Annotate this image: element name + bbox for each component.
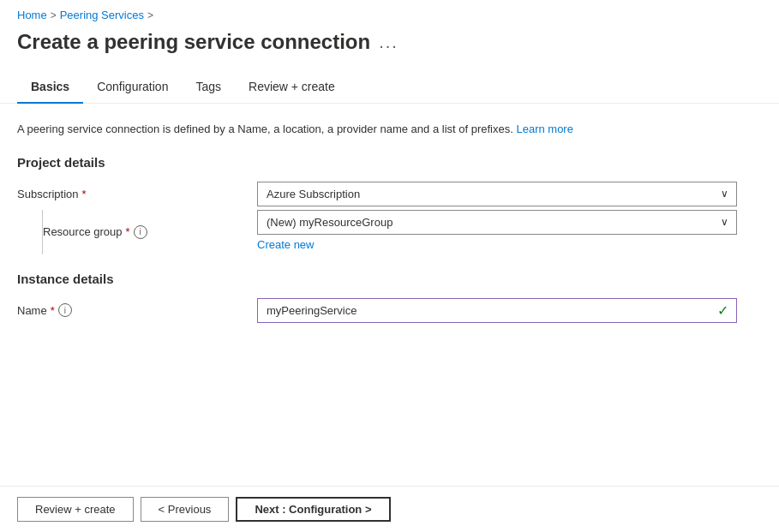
name-valid-icon: ✓	[717, 302, 728, 319]
subscription-control: Azure Subscription	[257, 182, 737, 206]
resource-group-select[interactable]: (New) myResourceGroup	[257, 210, 737, 235]
name-input[interactable]	[257, 298, 737, 323]
review-create-button[interactable]: Review + create	[17, 497, 134, 522]
tab-basics[interactable]: Basics	[17, 71, 83, 104]
name-label: Name * i	[17, 303, 257, 317]
tabs-bar: Basics Configuration Tags Review + creat…	[0, 71, 779, 104]
breadcrumb-sep1: >	[51, 9, 57, 21]
resource-group-select-wrapper: (New) myResourceGroup	[257, 210, 737, 235]
tab-review-create[interactable]: Review + create	[235, 71, 349, 104]
instance-details-header: Instance details	[17, 272, 762, 286]
description-text: A peering service connection is defined …	[17, 121, 762, 138]
name-info-icon[interactable]: i	[58, 303, 72, 317]
page-title-area: Create a peering service connection ...	[0, 27, 779, 71]
page-title: Create a peering service connection	[17, 30, 370, 54]
breadcrumb-sep2: >	[147, 9, 153, 21]
create-new-link[interactable]: Create new	[257, 238, 737, 251]
subscription-required: *	[82, 188, 87, 200]
subscription-label: Subscription *	[17, 188, 257, 200]
resource-group-control: (New) myResourceGroup Create new	[257, 210, 737, 251]
footer: Review + create < Previous Next : Config…	[0, 486, 779, 532]
subscription-select[interactable]: Azure Subscription	[257, 182, 737, 206]
project-details-header: Project details	[17, 155, 762, 170]
breadcrumb: Home > Peering Services >	[0, 0, 779, 27]
content-area: A peering service connection is defined …	[0, 104, 779, 403]
next-button[interactable]: Next : Configuration >	[236, 497, 390, 522]
resource-group-label: Resource group * i	[43, 225, 257, 239]
previous-button[interactable]: < Previous	[141, 497, 230, 522]
learn-more-link[interactable]: Learn more	[516, 123, 572, 135]
resource-group-required: *	[126, 225, 130, 238]
name-row: Name * i ✓	[17, 298, 762, 323]
tab-tags[interactable]: Tags	[182, 71, 235, 104]
subscription-select-wrapper: Azure Subscription	[257, 182, 737, 206]
name-control: ✓	[257, 298, 737, 323]
resource-group-info-icon[interactable]: i	[134, 225, 147, 239]
instance-details-section: Instance details Name * i ✓	[17, 272, 762, 323]
subscription-row: Subscription * Azure Subscription	[17, 182, 762, 206]
name-required: *	[51, 304, 55, 317]
breadcrumb-peering[interactable]: Peering Services	[60, 9, 144, 21]
name-input-wrapper: ✓	[257, 298, 737, 323]
tab-configuration[interactable]: Configuration	[83, 71, 182, 104]
more-options-icon[interactable]: ...	[379, 33, 398, 52]
breadcrumb-home[interactable]: Home	[17, 9, 47, 21]
